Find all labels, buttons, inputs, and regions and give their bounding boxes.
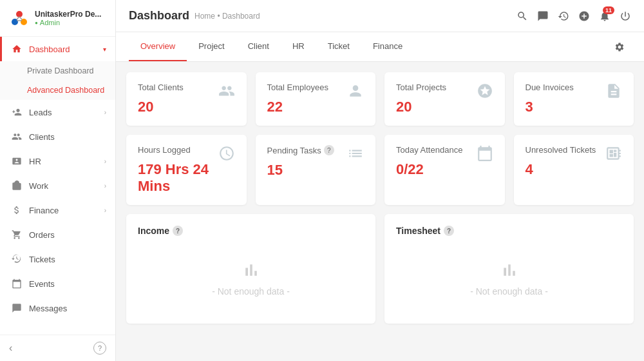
orders-icon	[11, 229, 23, 240]
sidebar-label-events: Events	[29, 279, 106, 289]
income-empty-text: - Not enough data -	[212, 286, 290, 297]
sidebar-item-advanced-dashboard[interactable]: Advanced Dashboard	[0, 81, 115, 100]
sidebar-item-private-dashboard[interactable]: Private Dashboard	[0, 61, 115, 81]
sidebar-label-clients: Clients	[29, 132, 106, 142]
tickets-icon	[11, 253, 23, 265]
income-chart-empty: - Not enough data -	[138, 246, 364, 311]
topbar-right: 11	[516, 10, 631, 22]
income-chart-card: Income ? - Not enough data -	[126, 214, 375, 324]
stat-total-clients: Total Clients 20	[126, 72, 247, 126]
finance-icon	[11, 204, 23, 216]
tab-ticket[interactable]: Ticket	[316, 32, 361, 61]
brand: UnitaskerPro De... Admin	[9, 8, 101, 28]
sidebar-label-leads: Leads	[29, 108, 104, 117]
stat-due-invoices: Due Invoices 3	[514, 72, 634, 126]
total-projects-value: 20	[396, 99, 446, 115]
tab-client[interactable]: Client	[236, 32, 281, 61]
stat-pending-tasks: Pending Tasks ? 15	[256, 135, 376, 205]
sidebar-item-leads[interactable]: Leads ›	[0, 100, 115, 124]
messages-icon	[11, 302, 23, 314]
search-icon[interactable]	[516, 10, 528, 22]
timesheet-help-icon[interactable]: ?	[444, 226, 454, 236]
breadcrumb: Home • Dashboard	[194, 12, 260, 21]
due-invoices-icon	[605, 83, 622, 99]
sidebar-item-finance[interactable]: Finance ›	[0, 198, 115, 222]
hours-logged-label: Hours Logged	[138, 145, 218, 155]
sidebar-label-hr: HR	[29, 157, 104, 166]
tabs-settings-icon[interactable]	[608, 35, 631, 59]
topbar-left: Dashboard Home • Dashboard	[129, 9, 260, 23]
tab-finance[interactable]: Finance	[361, 32, 414, 61]
unresolved-tickets-value: 4	[526, 161, 596, 178]
hours-logged-value: 179 Hrs 24 Mins	[138, 161, 218, 195]
due-invoices-value: 3	[526, 99, 574, 115]
sidebar-nav: Dashboard ▾ Private Dashboard Advanced D…	[0, 37, 115, 335]
tab-overview[interactable]: Overview	[129, 32, 187, 61]
app-role: Admin	[35, 19, 101, 26]
chevron-right-icon-work: ›	[104, 182, 106, 190]
leads-icon	[11, 106, 23, 118]
total-projects-icon	[477, 83, 493, 99]
clients-icon	[11, 131, 23, 142]
today-attendance-icon	[477, 145, 493, 162]
timesheet-empty-text: - Not enough data -	[470, 286, 548, 297]
chat-icon[interactable]	[537, 10, 549, 22]
stats-grid: Total Clients 20 Total Employees 22	[126, 72, 634, 126]
sidebar-label-orders: Orders	[29, 230, 106, 240]
chevron-right-icon-hr: ›	[104, 158, 106, 165]
sidebar-item-hr[interactable]: HR ›	[0, 149, 115, 173]
sidebar: UnitaskerPro De... Admin Dashboard ▾ Pri…	[0, 0, 116, 361]
sidebar-label-messages: Messages	[29, 304, 106, 313]
notification-icon[interactable]: 11	[599, 10, 611, 22]
tab-hr[interactable]: HR	[281, 32, 316, 61]
pending-tasks-value: 15	[267, 162, 334, 179]
charts-grid: Income ? - Not enough data - Timesheet ?	[126, 214, 634, 324]
timesheet-chart-card: Timesheet ? - Not enough data -	[384, 214, 634, 324]
notification-badge: 11	[603, 6, 614, 14]
total-employees-value: 22	[267, 99, 328, 115]
pending-tasks-help[interactable]: ?	[324, 145, 334, 155]
app-logo	[9, 8, 30, 28]
history-icon[interactable]	[558, 10, 569, 22]
today-attendance-value: 0/22	[396, 161, 462, 178]
tab-project[interactable]: Project	[187, 32, 236, 61]
help-button[interactable]: ?	[93, 342, 106, 355]
income-chart-title: Income ?	[138, 226, 364, 236]
svg-line-3	[17, 17, 19, 19]
timesheet-bar-chart-icon	[500, 260, 519, 280]
stat-today-attendance: Today Attendance 0/22	[384, 135, 505, 205]
dashboard-submenu: Private Dashboard Advanced Dashboard	[0, 61, 115, 100]
sidebar-item-dashboard[interactable]: Dashboard ▾	[0, 37, 115, 61]
sidebar-label-finance: Finance	[29, 206, 104, 215]
work-icon	[11, 180, 23, 191]
stat-total-employees: Total Employees 22	[256, 72, 376, 126]
total-clients-icon	[218, 83, 235, 99]
main-content: Dashboard Home • Dashboard 11	[116, 0, 644, 361]
sidebar-header: UnitaskerPro De... Admin	[0, 0, 115, 37]
collapse-button[interactable]: ‹	[9, 342, 12, 354]
stat-total-projects: Total Projects 20	[384, 72, 505, 126]
sidebar-footer: ‹ ?	[0, 335, 115, 361]
sidebar-item-clients[interactable]: Clients	[0, 124, 115, 149]
hours-logged-icon	[218, 145, 235, 162]
today-attendance-label: Today Attendance	[396, 145, 462, 155]
sidebar-item-tickets[interactable]: Tickets	[0, 247, 115, 271]
add-icon[interactable]	[578, 10, 590, 22]
sidebar-label-work: Work	[29, 181, 104, 191]
svg-point-0	[16, 11, 23, 17]
timesheet-chart-title: Timesheet ?	[396, 226, 622, 236]
due-invoices-label: Due Invoices	[526, 83, 574, 92]
dashboard-content: Total Clients 20 Total Employees 22	[116, 62, 644, 361]
sidebar-item-events[interactable]: Events	[0, 271, 115, 296]
pending-tasks-icon	[347, 145, 364, 162]
sidebar-item-work[interactable]: Work ›	[0, 173, 115, 198]
sidebar-item-messages[interactable]: Messages	[0, 296, 115, 320]
power-icon[interactable]	[620, 10, 631, 22]
hr-icon	[11, 155, 23, 167]
sidebar-label-tickets: Tickets	[29, 255, 106, 264]
total-employees-label: Total Employees	[267, 83, 328, 92]
events-icon	[11, 278, 23, 289]
sidebar-item-orders[interactable]: Orders	[0, 222, 115, 247]
income-help-icon[interactable]: ?	[173, 226, 183, 236]
total-clients-value: 20	[138, 99, 184, 115]
